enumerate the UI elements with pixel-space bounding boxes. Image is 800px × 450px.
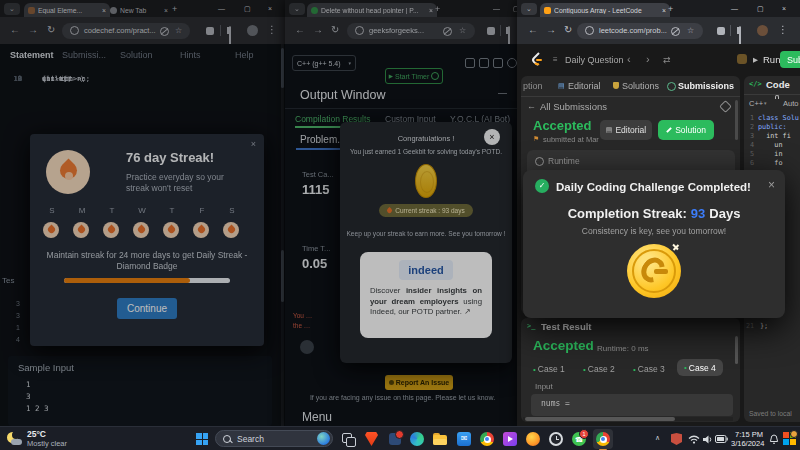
clock-widget[interactable]: 7:15 PM 3/16/2024 <box>731 430 763 448</box>
case-tab-1[interactable]: • Case 1 <box>533 361 565 377</box>
case-tab-2[interactable]: • Case 2 <box>583 361 615 377</box>
address-bar[interactable]: geeksforgeeks... ☆ <box>347 23 475 39</box>
tab-submissions[interactable]: Submissions <box>678 81 734 91</box>
back-arrow-icon[interactable]: ← <box>527 101 536 111</box>
more-menu-icon[interactable]: ⋮ <box>267 25 277 35</box>
daily-question-label[interactable]: Daily Question <box>565 55 624 65</box>
timer-widget-icon[interactable] <box>737 54 747 64</box>
file-explorer-icon[interactable] <box>433 433 447 445</box>
next-question-icon[interactable]: › <box>646 53 650 65</box>
forward-icon[interactable]: → <box>546 25 556 35</box>
profile-avatar[interactable] <box>247 25 258 36</box>
close-icon[interactable]: × <box>251 139 256 149</box>
solution-button[interactable]: Solution <box>658 120 714 140</box>
hidden-icons-chevron[interactable]: ∧ <box>655 434 660 442</box>
extensions-icon[interactable] <box>717 27 725 35</box>
extensions-icon[interactable] <box>487 27 495 35</box>
h-scrollbar[interactable] <box>523 417 733 421</box>
scrollbar-thumb[interactable] <box>281 48 284 88</box>
nav-tab-help[interactable]: Help <box>235 50 254 60</box>
submit-button[interactable]: Sub <box>780 51 800 68</box>
notification-bell-icon[interactable] <box>769 434 779 445</box>
back-icon[interactable]: ← <box>10 25 20 35</box>
eye-off-icon[interactable] <box>671 27 680 36</box>
m365-tray-icon[interactable] <box>783 432 796 445</box>
bookmark-star-icon[interactable]: ☆ <box>687 26 694 35</box>
bookmark-star-icon[interactable]: ☆ <box>175 26 182 35</box>
tab-description[interactable]: ption <box>523 81 543 91</box>
start-timer-button[interactable]: ▶ Start Timer <box>385 68 443 84</box>
maximize-button[interactable]: ▢ <box>244 5 251 12</box>
language-select[interactable]: C++ (g++ 5.4) ▾ <box>292 55 356 71</box>
site-info-icon[interactable] <box>355 26 364 35</box>
pinned-app-icon[interactable] <box>389 433 401 445</box>
maximize-button[interactable]: ▢ <box>757 5 764 12</box>
settings-icon[interactable] <box>493 58 503 68</box>
extensions-icon[interactable] <box>206 27 214 35</box>
task-view-button[interactable] <box>342 433 354 445</box>
new-tab-button[interactable]: + <box>668 4 673 14</box>
scrollbar-thumb[interactable] <box>735 100 738 140</box>
tab-codechef[interactable]: Equal Eleme... × <box>24 3 110 17</box>
security-tray-icon[interactable] <box>671 433 682 445</box>
tab-gfg[interactable]: Delete without head pointer | P... × <box>307 3 437 17</box>
side-panel-icon[interactable] <box>229 26 231 45</box>
code-lang-select[interactable]: C++ <box>749 99 763 108</box>
address-bar[interactable]: leetcode.com/prob... ☆ <box>577 23 703 39</box>
share-icon[interactable] <box>479 58 489 68</box>
whatsapp-icon[interactable]: ☎ 1 <box>572 432 586 446</box>
chrome-active-app[interactable] <box>593 429 613 449</box>
reload-icon[interactable]: ↻ <box>564 25 572 35</box>
edge-icon[interactable] <box>410 432 424 446</box>
nav-tab-submissions[interactable]: Submissi... <box>62 50 106 60</box>
close-window-button[interactable]: × <box>782 5 786 12</box>
run-button[interactable]: Run <box>763 54 780 65</box>
all-submissions-label[interactable]: All Submissions <box>540 101 607 112</box>
code-editor[interactable]: 6int t; 7cin>>t; 8while(t--) 9 10{ 11 12… <box>0 66 278 136</box>
run-play-icon[interactable]: ▶ <box>753 56 758 64</box>
tab-search-button[interactable]: ⌄ <box>4 3 20 15</box>
close-tab-icon[interactable]: × <box>164 7 168 14</box>
close-icon[interactable]: × <box>768 178 775 192</box>
external-link-icon[interactable]: ↗ <box>464 307 471 316</box>
tab-search-button[interactable]: ⌄ <box>521 3 537 15</box>
tab-editorial[interactable]: Editorial <box>568 81 601 91</box>
scrollbar[interactable] <box>281 44 284 426</box>
forward-icon[interactable]: → <box>28 25 38 35</box>
close-tab-icon[interactable]: × <box>662 7 666 14</box>
mail-icon[interactable]: ✉ <box>457 432 471 446</box>
copy-icon[interactable] <box>465 58 475 68</box>
wifi-icon[interactable] <box>688 435 700 444</box>
nav-tab-statement[interactable]: Statement <box>10 50 54 60</box>
new-tab-button[interactable]: + <box>172 4 177 14</box>
chrome-icon[interactable] <box>480 432 494 446</box>
firefox-icon[interactable] <box>526 432 540 446</box>
back-icon[interactable]: ← <box>528 25 538 35</box>
close-tab-icon[interactable]: × <box>429 7 433 14</box>
case-tab-3[interactable]: • Case 3 <box>633 361 665 377</box>
nav-tab-solution[interactable]: Solution <box>120 50 153 60</box>
minimize-button[interactable]: — <box>218 5 225 12</box>
collapse-icon[interactable]: — <box>498 88 507 98</box>
clock-app-icon[interactable] <box>549 432 563 446</box>
weather-widget[interactable]: 25°C Mostly clear <box>6 430 86 448</box>
close-window-button[interactable]: × <box>268 5 272 12</box>
minimize-button[interactable]: — <box>731 5 738 12</box>
auto-label[interactable]: Auto <box>783 99 798 108</box>
site-info-icon[interactable] <box>70 26 79 35</box>
link-icon[interactable] <box>719 100 732 113</box>
site-info-icon[interactable] <box>585 26 594 35</box>
reload-icon[interactable]: ↻ <box>331 25 339 35</box>
continue-button[interactable]: Continue <box>117 298 177 319</box>
side-panel-icon[interactable] <box>508 26 510 45</box>
tab-new-tab[interactable]: New Tab × <box>106 3 172 17</box>
address-bar[interactable]: codechef.com/pract... ☆ <box>62 23 190 39</box>
forward-icon[interactable]: → <box>313 25 323 35</box>
search-box[interactable]: Search <box>215 430 333 447</box>
back-icon[interactable]: ← <box>295 25 305 35</box>
volume-icon[interactable] <box>703 435 713 444</box>
tab-search-button[interactable]: ⌄ <box>289 3 305 15</box>
eye-off-icon[interactable] <box>160 27 169 36</box>
more-menu-icon[interactable]: ⋮ <box>778 25 788 35</box>
reload-icon[interactable]: ↻ <box>47 25 55 35</box>
